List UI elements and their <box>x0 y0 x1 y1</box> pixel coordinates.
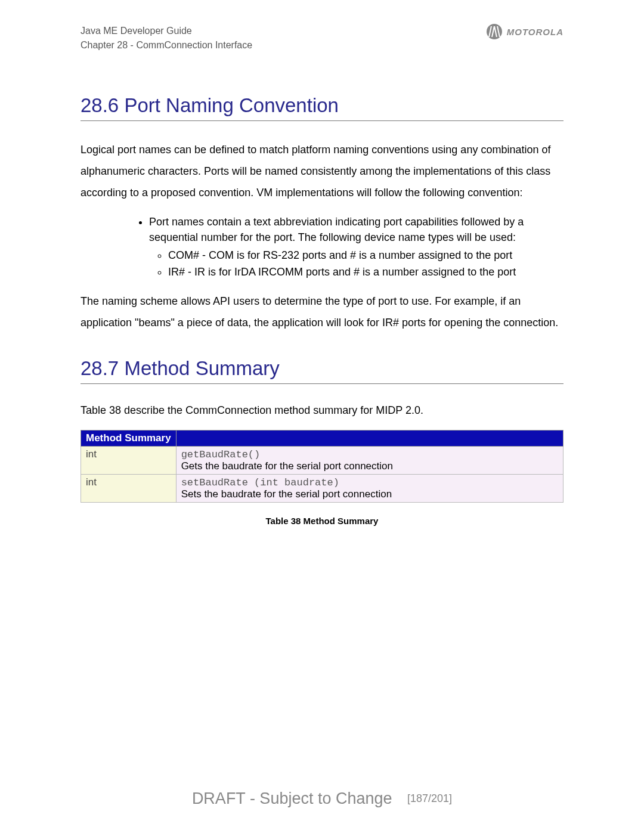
section-heading-method-summary: 28.7 Method Summary <box>80 357 564 384</box>
guide-title: Java ME Developer Guide <box>80 24 252 38</box>
header-text: Java ME Developer Guide Chapter 28 - Com… <box>80 24 252 52</box>
section-heading-port-naming: 28.6 Port Naming Convention <box>80 94 564 121</box>
draft-status: DRAFT - Subject to Change <box>192 789 392 807</box>
sub-bullet-list: COM# - COM is for RS-232 ports and # is … <box>149 247 558 280</box>
body-paragraph: Logical port names can be defined to mat… <box>80 139 564 203</box>
brand-logo: MOTOROLA <box>487 24 564 39</box>
table-caption: Table 38 Method Summary <box>80 516 564 526</box>
bullet-text: Port names contain a text abbreviation i… <box>149 216 524 243</box>
method-cell: getBaudRate() Gets the baudrate for the … <box>176 447 563 475</box>
return-type-cell: int <box>81 475 177 503</box>
table-header-row: Method Summary <box>81 431 564 447</box>
method-summary-table: Method Summary int getBaudRate() Gets th… <box>80 430 564 503</box>
list-item: Port names contain a text abbreviation i… <box>149 214 564 280</box>
method-signature: setBaudRate (int baudrate) <box>181 477 339 488</box>
table-row: int getBaudRate() Gets the baudrate for … <box>81 447 564 475</box>
bullet-list: Port names contain a text abbreviation i… <box>80 214 564 280</box>
method-cell: setBaudRate (int baudrate) Sets the baud… <box>176 475 563 503</box>
body-paragraph: The naming scheme allows API users to de… <box>80 290 564 333</box>
method-signature: getBaudRate() <box>181 449 261 460</box>
table-header-cell: Method Summary <box>81 431 177 447</box>
method-description: Gets the baudrate for the serial port co… <box>181 460 393 472</box>
return-type-cell: int <box>81 447 177 475</box>
brand-name: MOTOROLA <box>507 27 564 37</box>
chapter-title: Chapter 28 - CommConnection Interface <box>80 38 252 52</box>
motorola-icon <box>487 24 502 39</box>
method-description: Sets the baudrate for the serial port co… <box>181 488 392 500</box>
list-item: IR# - IR is for IrDA IRCOMM ports and # … <box>168 264 558 280</box>
list-item: COM# - COM is for RS-232 ports and # is … <box>168 247 558 263</box>
page-header: Java ME Developer Guide Chapter 28 - Com… <box>80 24 564 52</box>
table-row: int setBaudRate (int baudrate) Sets the … <box>81 475 564 503</box>
table-header-cell <box>176 431 563 447</box>
page-footer: DRAFT - Subject to Change [187/201] <box>0 789 644 808</box>
table-intro: Table 38 describe the CommConnection met… <box>80 402 564 419</box>
page-number: [187/201] <box>407 792 452 804</box>
